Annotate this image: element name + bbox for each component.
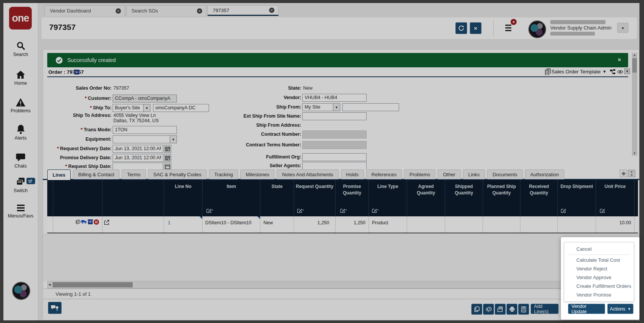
actions-spotlight: Cancel Calculate Total Cost Vendor Rejec…: [561, 237, 639, 320]
menu-divider: [569, 255, 629, 255]
menu-item-vendor-promise[interactable]: Vendor Promise: [564, 290, 634, 299]
modal-dim-overlay: [0, 0, 644, 323]
actions-dropdown-menu: Cancel Calculate Total Cost Vendor Rejec…: [564, 242, 634, 302]
menu-item-cancel[interactable]: Cancel: [564, 244, 634, 254]
menu-item-calculate-total-cost[interactable]: Calculate Total Cost: [564, 256, 634, 264]
chevron-down-icon: ▼: [628, 307, 631, 311]
vendor-update-button[interactable]: Vendor Update: [568, 304, 605, 314]
menu-item-create-fulfillment-orders[interactable]: Create Fulfillment Orders: [564, 282, 634, 290]
actions-button[interactable]: Actions ▼: [607, 304, 633, 314]
menu-item-vendor-reject[interactable]: Vendor Reject: [564, 264, 634, 273]
menu-item-vendor-approve[interactable]: Vendor Approve: [564, 273, 634, 282]
screen: one Search Home Problems Alerts Chats Sw…: [0, 0, 644, 323]
